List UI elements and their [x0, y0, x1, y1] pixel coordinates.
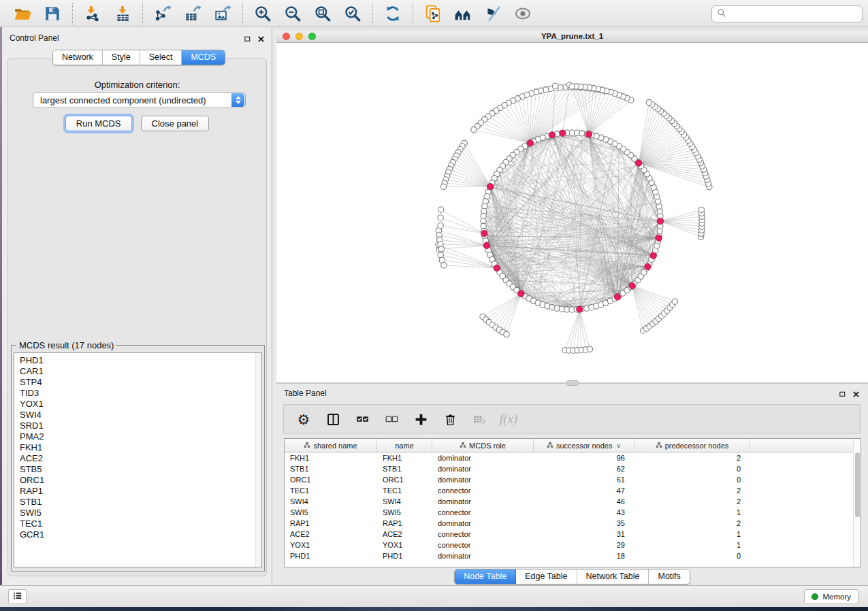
table-scrollbar-thumb[interactable] — [855, 452, 860, 517]
table-panel-float-icon[interactable] — [839, 389, 846, 401]
function-builder-icon: f(x) — [500, 411, 517, 427]
panel-menu-button[interactable] — [8, 589, 27, 604]
tab-motifs[interactable]: Motifs — [649, 569, 689, 584]
memory-button[interactable]: Memory — [804, 589, 858, 604]
tab-style[interactable]: Style — [103, 50, 140, 65]
network-window-titlebar[interactable]: YPA_prune.txt_1 — [276, 31, 868, 43]
table-cell: SWI5 — [377, 507, 432, 518]
show-all-icon[interactable] — [513, 4, 532, 23]
panel-splitter-grip[interactable] — [566, 380, 579, 386]
table-cell: connector — [432, 529, 534, 540]
table-cell: dominator — [432, 496, 534, 507]
settings-icon[interactable]: ⚙ — [295, 411, 312, 427]
table-scrollbar[interactable] — [853, 439, 861, 567]
mcds-result-item[interactable]: SWI5 — [14, 508, 261, 518]
mcds-result-item[interactable]: PHD1 — [14, 353, 261, 366]
hide-selected-icon[interactable] — [483, 4, 502, 23]
table-row[interactable]: YOX1YOX1connector291 — [285, 540, 861, 550]
refresh-icon[interactable] — [383, 4, 402, 23]
mcds-result-item[interactable]: FKH1 — [14, 442, 261, 453]
close-panel-button[interactable]: Close panel — [141, 116, 210, 131]
column-chooser-icon[interactable] — [325, 411, 341, 427]
table-row[interactable]: TEC1TEC1connector472 — [285, 485, 861, 496]
zoom-out-icon[interactable] — [283, 4, 302, 23]
control-panel-float-icon[interactable] — [244, 33, 251, 46]
table-cell: 35 — [534, 518, 634, 529]
mcds-result-item[interactable]: YOX1 — [14, 399, 261, 410]
tab-network-table[interactable]: Network Table — [577, 569, 649, 584]
column-header-successor-nodes[interactable]: successor nodes∨ — [534, 439, 634, 452]
add-icon[interactable] — [413, 411, 429, 427]
table-panel-close-icon[interactable] — [852, 389, 860, 401]
mcds-result-item[interactable]: TID3 — [14, 388, 261, 399]
tab-node-table[interactable]: Node Table — [455, 569, 516, 584]
export-table-icon[interactable] — [183, 4, 202, 23]
column-header-MCDS-role[interactable]: MCDS role — [432, 439, 534, 452]
table-cell: 0 — [634, 463, 750, 474]
import-table-icon[interactable] — [113, 4, 132, 23]
table-row[interactable]: ORC1ORC1dominator610 — [285, 474, 861, 485]
table-row[interactable]: FKH1FKH1dominator962 — [285, 452, 861, 463]
mcds-result-title: MCDS result (17 nodes) — [16, 340, 116, 350]
new-network-from-selection-icon[interactable] — [423, 4, 443, 23]
mcds-result-item[interactable]: SRD1 — [14, 420, 261, 431]
search-box[interactable] — [711, 5, 863, 22]
table-cell: 1 — [634, 507, 750, 518]
export-image-icon[interactable] — [213, 4, 232, 23]
column-header-shared-name[interactable]: shared name — [285, 439, 377, 452]
mcds-result-item[interactable]: STP4 — [14, 377, 261, 388]
first-neighbors-icon[interactable] — [453, 4, 472, 23]
tab-edge-table[interactable]: Edge Table — [516, 569, 577, 584]
control-panel-close-icon[interactable] — [257, 33, 265, 46]
destroy-table-icon — [471, 411, 487, 427]
search-input[interactable] — [730, 9, 857, 20]
network-canvas[interactable] — [276, 43, 868, 382]
mcds-result-item[interactable]: ORC1 — [14, 475, 261, 486]
table-row[interactable]: SWI5SWI5connector431 — [285, 507, 861, 518]
table-cell: 96 — [534, 452, 634, 463]
table-row[interactable]: PHD1PHD1dominator180 — [285, 550, 861, 561]
export-network-icon[interactable] — [153, 4, 172, 23]
zoom-selected-icon[interactable] — [343, 4, 362, 23]
deselect-all-icon[interactable] — [383, 411, 400, 427]
table-row[interactable]: RAP1RAP1dominator352 — [285, 518, 861, 529]
table-cell: 2 — [634, 518, 750, 529]
mcds-result-item[interactable]: RAP1 — [14, 486, 261, 497]
table-row[interactable]: ACE2ACE2connector311 — [285, 529, 861, 540]
mcds-result-item[interactable]: CAR1 — [14, 366, 261, 377]
mcds-result-item[interactable]: STB5 — [14, 464, 261, 475]
mcds-result-list[interactable]: PHD1CAR1STP4TID3YOX1SWI4SRD1PMA2FKH1ACE2… — [14, 352, 262, 567]
mcds-result-item[interactable]: SWI4 — [14, 410, 261, 420]
attribute-icon — [460, 442, 466, 450]
tab-select[interactable]: Select — [140, 50, 182, 65]
tab-network[interactable]: Network — [53, 50, 103, 65]
mcds-result-item[interactable]: ACE2 — [14, 453, 261, 464]
mcds-result-item[interactable]: STB1 — [14, 497, 261, 508]
mcds-list-scrollbar[interactable] — [255, 353, 261, 567]
open-session-icon[interactable] — [13, 4, 32, 23]
search-icon — [717, 8, 726, 20]
table-cell: connector — [432, 540, 534, 550]
zoom-in-icon[interactable] — [253, 4, 272, 23]
tab-mcds[interactable]: MCDS — [182, 50, 225, 65]
mcds-result-item[interactable]: TEC1 — [14, 518, 261, 529]
mcds-result-item[interactable]: GCR1 — [14, 529, 261, 540]
table-cell: 2 — [634, 496, 750, 507]
import-network-icon[interactable] — [83, 4, 102, 23]
select-all-icon[interactable] — [354, 411, 370, 427]
network-graph[interactable] — [276, 43, 868, 382]
zoom-fit-icon[interactable] — [313, 4, 332, 23]
column-header-predecessor-nodes[interactable]: predecessor nodes — [634, 439, 750, 452]
mcds-result-item[interactable]: PMA2 — [14, 431, 261, 442]
table-row[interactable]: SWI4SWI4dominator462 — [285, 496, 861, 507]
optimization-criterion-select[interactable]: largest connected component (undirected) — [33, 92, 246, 108]
attribute-icon — [304, 442, 310, 450]
table-cell: SWI4 — [377, 496, 432, 507]
table-row[interactable]: STB1STB1dominator620 — [285, 463, 861, 474]
save-session-icon[interactable] — [43, 4, 62, 23]
network-view-window: YPA_prune.txt_1 — [276, 31, 868, 382]
run-mcds-button[interactable]: Run MCDS — [65, 116, 132, 131]
column-header-name[interactable]: name — [377, 439, 432, 452]
delete-icon[interactable] — [442, 411, 458, 427]
node-table[interactable]: shared namenameMCDS rolesuccessor nodes∨… — [284, 438, 861, 567]
